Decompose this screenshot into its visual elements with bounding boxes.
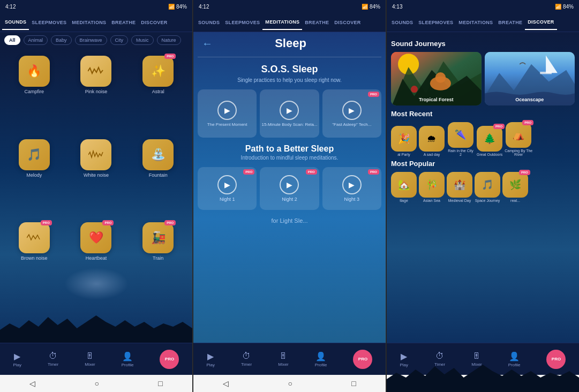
filter-music[interactable]: Music <box>131 35 154 45</box>
sound-brown-noise[interactable]: PRO Brown noise <box>4 219 64 300</box>
sound-heartbeat[interactable]: ❤️ PRO Heartbeat <box>66 219 126 300</box>
svg-point-6 <box>411 86 418 93</box>
sound-grid: 🔥 Campfire Pink noise ✨ PRO Astral 🎵 Mel… <box>0 48 192 343</box>
home-btn-1[interactable]: ○ <box>95 379 99 388</box>
sound-fountain[interactable]: ⛲ Fountain <box>128 136 188 217</box>
upgrade-btn-1[interactable]: PRO <box>160 350 179 369</box>
filter-city[interactable]: City <box>110 35 129 45</box>
tab-sounds-3[interactable]: SOUNDS <box>389 16 416 29</box>
night-card-3[interactable]: PRO ▶ Night 3 <box>322 167 381 210</box>
filter-nature[interactable]: Nature <box>157 35 181 45</box>
journey-tropical[interactable]: Tropical Forest <box>391 52 482 105</box>
most-recent-title: Most Recent <box>391 110 575 118</box>
tab-discover-2[interactable]: DISCOVER <box>332 16 363 29</box>
fountain-label: Fountain <box>149 172 168 178</box>
tab-sleepmoves-2[interactable]: SLEEPMOVES <box>222 16 262 29</box>
back-arrow-icon[interactable]: ← <box>202 37 213 50</box>
tree-silhouette-1 <box>0 311 192 343</box>
tab-sleepmoves-1[interactable]: SLEEPMOVES <box>29 16 69 29</box>
tab-breathe-2[interactable]: BREATHE <box>302 16 332 29</box>
path-subtitle: Introduction to mindful sleep meditation… <box>202 155 377 161</box>
bottom-profile-1[interactable]: 👤 Profile <box>122 351 134 367</box>
tab-sounds-2[interactable]: SOUNDS <box>195 16 222 29</box>
popular-cottage[interactable]: 🏡 ttage <box>391 172 417 202</box>
timer-label-3: Timer <box>434 362 445 367</box>
bottom-mixer-3[interactable]: 🎚 Mixer <box>471 351 482 367</box>
tab-meditations-2[interactable]: MEDITATIONS <box>262 15 302 30</box>
bottom-bar-1: ▶ Play ⏱ Timer 🎚 Mixer 👤 Profile PRO <box>0 343 192 375</box>
recent-outdoors[interactable]: 🌲 PRO Great Outdoors <box>477 126 502 156</box>
bottom-play-3[interactable]: ▶ Play <box>400 351 409 367</box>
filter-baby[interactable]: Baby <box>51 35 72 45</box>
popular-asian-sea[interactable]: 🎋 Asian Sea <box>419 172 445 202</box>
med-card-present[interactable]: ▶ The Present Moment <box>198 89 257 138</box>
back-btn-1[interactable]: ◁ <box>29 379 35 388</box>
tab-breathe-3[interactable]: BREATHE <box>495 16 525 29</box>
recent-camping[interactable]: ⛺ PRO Camping By The River <box>505 122 532 156</box>
night-card-2[interactable]: PRO ▶ Night 2 <box>260 167 319 210</box>
asian-sea-label: Asian Sea <box>423 199 440 202</box>
disc-inner: Sound Journeys <box>387 32 579 209</box>
popular-great[interactable]: 🌿 PRO reat... <box>502 172 528 202</box>
brown-noise-label: Brown noise <box>21 255 48 261</box>
filter-brainwave[interactable]: Brainwave <box>75 35 107 45</box>
mixer-icon-3: 🎚 <box>472 351 481 361</box>
bottom-play-1[interactable]: ▶ Play <box>13 351 22 367</box>
med-card-body-scan[interactable]: ▶ 15-Minute Body Scan: Rela... <box>260 89 319 138</box>
sound-white-noise[interactable]: White noise <box>66 136 126 217</box>
bottom-timer-1[interactable]: ⏱ Timer <box>48 351 58 367</box>
timer-icon-1: ⏱ <box>49 351 57 361</box>
sound-pink-noise[interactable]: Pink noise <box>66 52 126 134</box>
pink-noise-label: Pink noise <box>85 89 108 94</box>
sound-melody[interactable]: 🎵 Melody <box>4 136 64 217</box>
tab-meditations-3[interactable]: MEDITATIONS <box>456 16 495 29</box>
popular-medieval[interactable]: 🏰 Medieval Day <box>447 172 472 202</box>
status-time-2: 4:12 <box>199 4 209 10</box>
oceanscape-label: Oceanscape <box>485 97 575 102</box>
bottom-timer-3[interactable]: ⏱ Timer <box>434 351 445 367</box>
bottom-mixer-2[interactable]: 🎚 Mixer <box>278 351 289 367</box>
tab-sounds-1[interactable]: SOUNDS <box>2 15 29 30</box>
tab-meditations-1[interactable]: MEDITATIONS <box>69 16 109 29</box>
med-page-title: Sleep <box>217 36 377 50</box>
back-btn-2[interactable]: ◁ <box>223 379 229 388</box>
great-pro-badge: PRO <box>519 170 530 175</box>
night-card-1[interactable]: PRO ▶ Night 1 <box>198 167 257 210</box>
sound-train[interactable]: 🚂 PRO Train <box>128 219 188 300</box>
tab-breathe-1[interactable]: BREATHE <box>109 16 138 29</box>
night2-label: Night 2 <box>282 197 297 202</box>
profile-icon-3: 👤 <box>509 351 520 361</box>
tab-sleepmoves-3[interactable]: SLEEPMOVES <box>416 16 456 29</box>
profile-label-2: Profile <box>315 363 327 367</box>
fast-asleep-pro-badge: PRO <box>368 92 379 97</box>
tab-discover-1[interactable]: DISCOVER <box>138 16 170 29</box>
journey-ocean[interactable]: Oceanscape <box>485 52 575 105</box>
recent-sad-day[interactable]: 🌧 A sad day <box>419 126 445 156</box>
sound-astral[interactable]: ✨ PRO Astral <box>128 52 188 134</box>
bottom-profile-3[interactable]: 👤 Profile <box>508 351 521 367</box>
recent-btn-2[interactable]: □ <box>351 379 356 388</box>
bottom-profile-2[interactable]: 👤 Profile <box>315 351 327 367</box>
status-battery-1: 📶 84% <box>168 4 187 10</box>
medieval-icon-bg: 🏰 <box>447 172 472 198</box>
filter-all[interactable]: All <box>4 35 20 45</box>
bottom-play-2[interactable]: ▶ Play <box>207 351 215 367</box>
tab-discover-3[interactable]: DISCOVER <box>525 15 557 30</box>
sos-title: S.O.S. Sleep <box>193 59 386 77</box>
med-card-fast-asleep[interactable]: PRO ▶ "Fast Asleep" Tech... <box>322 89 381 138</box>
recent-btn-1[interactable]: □ <box>158 379 162 388</box>
recent-party[interactable]: 🎉 al Party <box>391 126 417 156</box>
recent-rain-city[interactable]: 🌂 Rain in the City 2 <box>447 122 475 156</box>
sound-campfire[interactable]: 🔥 Campfire <box>4 52 64 134</box>
upgrade-btn-2[interactable]: PRO <box>353 350 372 369</box>
bottom-mixer-1[interactable]: 🎚 Mixer <box>85 351 95 367</box>
filter-animal[interactable]: Animal <box>24 35 48 45</box>
upgrade-btn-3[interactable]: PRO <box>546 350 566 369</box>
night1-pro-badge: PRO <box>243 169 254 175</box>
home-btn-2[interactable]: ○ <box>288 379 292 388</box>
bottom-timer-2[interactable]: ⏱ Timer <box>241 351 252 367</box>
popular-space[interactable]: 🎵 Space Journey <box>475 172 500 202</box>
timer-icon-2: ⏱ <box>242 351 251 361</box>
campfire-label: Campfire <box>25 89 44 94</box>
panel-discover: 4:13 📶 84% SOUNDS SLEEPMOVES MEDITATIONS… <box>387 0 579 392</box>
